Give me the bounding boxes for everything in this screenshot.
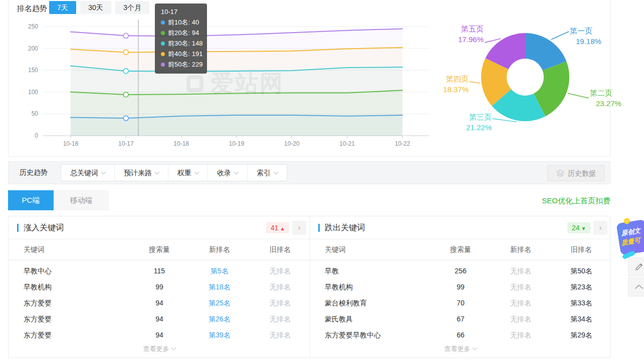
cell-old-rank: 第34名: [570, 315, 592, 324]
dropped-keywords-title: 跌出关键词: [325, 223, 365, 233]
cell-new-rank: 无排名: [510, 331, 531, 340]
cell-search-volume: 99: [457, 283, 465, 291]
rising-count-badge: 41▲: [266, 222, 289, 233]
tab-mobile[interactable]: 移动端: [54, 190, 109, 210]
cell-search-volume: 99: [155, 283, 163, 291]
svg-text:10-18: 10-18: [173, 140, 189, 147]
chevron-up-icon: [634, 284, 643, 289]
svg-text:150: 150: [28, 67, 38, 74]
rising-keywords-table: 涨入关键词 41▲ › 关键词 搜索量 新排名 旧排名 早教中心115第5名无排…: [9, 216, 310, 357]
pie-label-page2: 第二页23.27%: [590, 88, 630, 109]
svg-text:250: 250: [28, 23, 38, 30]
svg-text:50: 50: [32, 110, 39, 117]
cell-old-rank: 第23名: [570, 283, 592, 292]
cell-keyword: 蒙台梭利教育: [325, 299, 367, 308]
seo-optimize-link[interactable]: SEO优化上首页扣费: [542, 196, 610, 206]
cell-search-volume: 67: [457, 315, 465, 323]
tooltip-date: 10-17: [161, 7, 201, 17]
cell-new-rank: 无排名: [510, 267, 531, 276]
svg-text:100: 100: [28, 89, 38, 96]
cell-keyword: 东方爱婴: [24, 299, 52, 308]
title-accent-bar: [318, 224, 320, 232]
cell-search-volume: 66: [457, 331, 465, 339]
promo-ring-icon: [623, 218, 630, 225]
dropdown-indexed[interactable]: 收录: [208, 165, 248, 181]
cell-new-rank: 无排名: [510, 315, 531, 324]
svg-text:10-21: 10-21: [339, 140, 355, 147]
cell-new-rank[interactable]: 第26名: [208, 315, 231, 324]
rising-keywords-header: 涨入关键词 41▲ ›: [9, 216, 310, 239]
history-trend-bar: 历史趋势 总关键词 预计来路 权重 收录 索引 历史数据: [8, 161, 610, 184]
cell-search-volume: 70: [457, 299, 465, 307]
table-row: 蒙台梭利教育70无排名第33名: [310, 295, 611, 311]
pie-label-page1: 第一页19.18%: [570, 26, 610, 47]
dropped-keywords-table: 跌出关键词 24▼ › 关键词 搜索量 新排名 旧排名 早教256无排名第50名…: [310, 216, 611, 357]
chevron-down-icon: [234, 170, 239, 175]
chevron-down-icon: [101, 170, 106, 175]
chart-tooltip: 10-17 前10名: 40前20名: 94前30名: 148前40名: 191…: [155, 4, 207, 74]
svg-text:10-17: 10-17: [118, 140, 134, 147]
cell-old-rank: 无排名: [270, 331, 291, 340]
rising-more-arrow-button[interactable]: ›: [292, 221, 306, 235]
cell-search-volume: 94: [155, 315, 163, 323]
page: 排名趋势 7天 30天 3个月 05010015020025010-1610-1…: [0, 0, 644, 362]
svg-text:10-16: 10-16: [63, 140, 79, 147]
svg-text:10-22: 10-22: [395, 140, 410, 147]
rising-view-more-button[interactable]: 查看更多: [9, 344, 310, 353]
cell-search-volume: 256: [455, 267, 466, 275]
ranking-trend-panel: 排名趋势 7天 30天 3个月 05010015020025010-1610-1…: [8, 0, 610, 157]
svg-text:10-20: 10-20: [284, 140, 300, 147]
feedback-edit-button[interactable]: [628, 257, 644, 276]
pie-label-page5: 第五页17.96%: [444, 24, 484, 45]
dropdown-total-keywords[interactable]: 总关键词: [61, 165, 115, 181]
cell-keyword: 早教机构: [325, 283, 353, 292]
cell-new-rank[interactable]: 第18名: [208, 283, 231, 292]
cell-keyword: 东方爱婴早教中心: [325, 331, 381, 340]
chevron-down-icon: [194, 170, 199, 175]
history-trend-label: 历史趋势: [20, 168, 48, 177]
dropdown-index[interactable]: 索引: [248, 165, 287, 181]
cell-new-rank: 无排名: [510, 283, 531, 292]
cell-keyword: 蒙氏教具: [325, 315, 353, 324]
promo-badge[interactable]: 原创文 质量可: [616, 219, 644, 255]
cell-old-rank: 无排名: [270, 283, 291, 292]
dropped-count-badge: 24▼: [567, 222, 590, 233]
rising-column-headers: 关键词 搜索量 新排名 旧排名: [9, 239, 310, 260]
cell-old-rank: 第50名: [570, 267, 592, 276]
dropped-more-arrow-button[interactable]: ›: [593, 221, 607, 235]
up-arrow-icon: ▲: [280, 226, 285, 231]
cell-keyword: 东方爱婴: [24, 315, 52, 324]
history-data-button[interactable]: 历史数据: [547, 165, 604, 181]
svg-text:200: 200: [28, 45, 38, 52]
cell-old-rank: 第29名: [570, 331, 592, 340]
tab-pc[interactable]: PC端: [8, 190, 54, 210]
cell-old-rank: 无排名: [270, 315, 291, 324]
dropdown-weight[interactable]: 权重: [168, 165, 208, 181]
dropdown-estimated-traffic[interactable]: 预计来路: [115, 165, 168, 181]
cell-keyword: 东方爱婴: [24, 331, 52, 340]
cell-new-rank[interactable]: 第39名: [208, 331, 231, 340]
cell-new-rank: 无排名: [510, 299, 531, 308]
table-row: 早教机构99第18名无排名: [9, 279, 310, 295]
table-row: 蒙氏教具67无排名第34名: [310, 311, 611, 327]
cell-keyword: 早教: [325, 267, 339, 276]
back-to-top-button[interactable]: [628, 277, 644, 296]
history-dropdown-group: 总关键词 预计来路 权重 收录 索引: [61, 164, 287, 181]
table-row: 早教中心115第5名无排名: [9, 263, 310, 279]
cell-new-rank[interactable]: 第25名: [208, 299, 231, 308]
cell-search-volume: 94: [155, 331, 163, 339]
table-row: 东方爱婴94第26名无排名: [9, 311, 310, 327]
chevron-down-icon: [274, 170, 279, 175]
table-row: 早教256无排名第50名: [310, 263, 611, 279]
dropped-view-more-button[interactable]: 查看更多: [310, 344, 611, 353]
cell-new-rank[interactable]: 第5名: [210, 267, 229, 276]
aizhan-logo-icon: [186, 75, 203, 92]
cell-search-volume: 115: [154, 267, 165, 275]
pencil-icon: [635, 263, 643, 271]
tooltip-series-values: 前10名: 40前20名: 94前30名: 148前40名: 191前50名: …: [161, 17, 201, 70]
pie-label-page4: 第四页18.37%: [428, 74, 469, 95]
chevron-down-icon: [472, 345, 477, 350]
dropped-column-headers: 关键词 搜索量 新排名 旧排名: [310, 239, 611, 260]
table-row: 东方爱婴94第39名无排名: [9, 327, 310, 343]
dropped-keywords-header: 跌出关键词 24▼ ›: [310, 216, 611, 239]
